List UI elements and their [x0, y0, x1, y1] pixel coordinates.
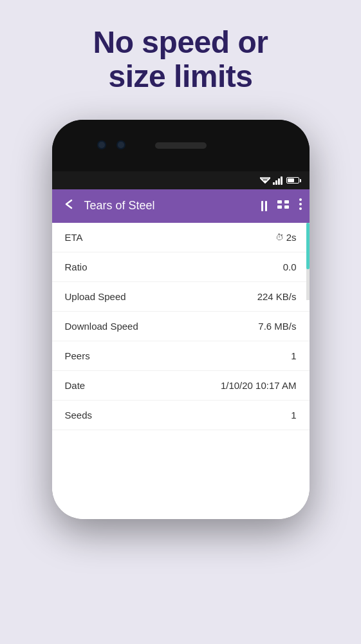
phone-top-bar	[52, 120, 310, 171]
svg-rect-3	[277, 200, 282, 204]
info-value: 0.0	[283, 261, 297, 272]
info-label: Download Speed	[65, 321, 138, 332]
progress-bar-fill	[306, 223, 310, 269]
info-label: Upload Speed	[65, 291, 126, 302]
phone-mockup: Tears of Steel	[52, 120, 310, 519]
phone-screen: ETA⏱2sRatio0.0Upload Speed224 KB/sDownlo…	[52, 223, 310, 519]
info-value: 7.6 MB/s	[258, 321, 296, 332]
svg-point-8	[299, 203, 302, 205]
phone-speaker	[155, 142, 207, 149]
page-headline: No speed or size limits	[68, 26, 294, 94]
app-title: Tears of Steel	[84, 199, 255, 213]
back-icon	[62, 198, 75, 211]
app-header: Tears of Steel	[52, 189, 310, 223]
wifi-icon	[260, 176, 270, 184]
info-row: Date1/10/20 10:17 AM	[52, 371, 310, 401]
info-row: Ratio0.0	[52, 252, 310, 282]
svg-rect-5	[277, 205, 282, 209]
info-row: Upload Speed224 KB/s	[52, 282, 310, 312]
svg-point-7	[299, 198, 302, 201]
back-button[interactable]	[60, 195, 78, 216]
svg-rect-4	[284, 200, 289, 204]
battery-icon	[286, 177, 299, 184]
status-bar	[52, 171, 310, 189]
info-label: Peers	[65, 350, 90, 361]
info-value: 1	[291, 350, 296, 361]
info-value: 1/10/20 10:17 AM	[221, 380, 297, 391]
info-row: Peers1	[52, 341, 310, 371]
more-icon	[299, 198, 302, 210]
info-label: Date	[65, 380, 86, 391]
signal-icon	[273, 176, 282, 185]
status-icons	[260, 176, 299, 185]
svg-point-9	[299, 207, 302, 210]
more-button[interactable]	[299, 198, 302, 213]
info-value: ⏱2s	[275, 232, 297, 243]
svg-rect-6	[284, 205, 289, 209]
progress-bar-side	[306, 223, 310, 300]
info-label: Ratio	[65, 261, 88, 272]
info-row: Download Speed7.6 MB/s	[52, 312, 310, 341]
info-label: Seeds	[65, 410, 93, 421]
grid-button[interactable]	[277, 199, 289, 213]
grid-icon	[277, 200, 289, 209]
info-row: ETA⏱2s	[52, 223, 310, 252]
clock-icon: ⏱	[275, 232, 284, 242]
phone-camera-left	[97, 140, 106, 149]
info-label: ETA	[65, 232, 83, 243]
info-row: Seeds1	[52, 401, 310, 430]
phone-camera-right	[116, 140, 125, 149]
info-value: 1	[291, 410, 296, 421]
header-icons	[261, 198, 302, 213]
pause-button[interactable]	[261, 201, 267, 211]
info-value: 224 KB/s	[257, 291, 297, 302]
